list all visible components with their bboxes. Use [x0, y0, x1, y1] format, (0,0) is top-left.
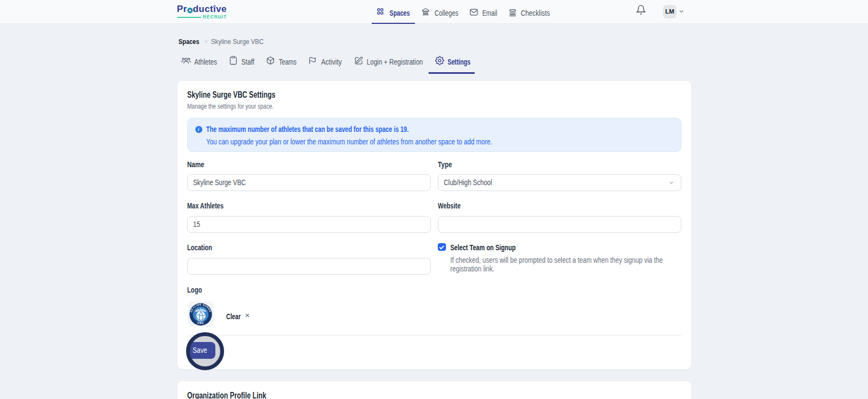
svg-text:VBC: VBC: [197, 321, 204, 324]
